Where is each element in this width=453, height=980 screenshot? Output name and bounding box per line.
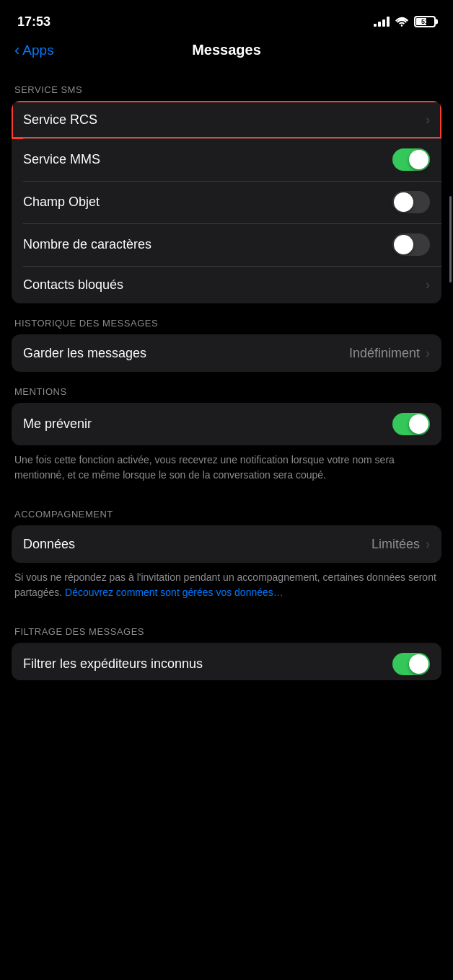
service-rcs-item[interactable]: Service RCS › bbox=[12, 101, 441, 138]
champ-objet-item[interactable]: Champ Objet bbox=[12, 181, 441, 223]
back-button[interactable]: ‹ Apps bbox=[14, 43, 54, 58]
contacts-bloques-right: › bbox=[426, 277, 430, 293]
section-header-filtrage: FILTRAGE DES MESSAGES bbox=[0, 612, 453, 643]
contacts-bloques-item[interactable]: Contacts bloqués › bbox=[12, 266, 441, 303]
section-sms-service: SERVICE SMS Service RCS › Service MMS Ch… bbox=[0, 70, 453, 303]
signal-icon bbox=[374, 17, 390, 27]
section-header-sms: SERVICE SMS bbox=[0, 70, 453, 101]
section-mentions: MENTIONS Me prévenir Une fois cette fonc… bbox=[0, 372, 453, 494]
nombre-caracteres-item[interactable]: Nombre de caractères bbox=[12, 223, 441, 266]
donnees-right: Limitées › bbox=[371, 537, 430, 552]
service-mms-toggle[interactable] bbox=[392, 148, 430, 171]
battery-icon: 51 bbox=[414, 16, 436, 27]
filtrer-expediteurs-item[interactable]: Filtrer les expéditeurs inconnus bbox=[12, 643, 441, 680]
filtrage-group: Filtrer les expéditeurs inconnus bbox=[12, 643, 441, 680]
garder-messages-chevron: › bbox=[426, 346, 430, 361]
sms-service-group: Service RCS › Service MMS Champ Objet bbox=[12, 101, 441, 303]
mentions-group: Me prévenir bbox=[12, 403, 441, 445]
status-icons: 51 bbox=[374, 16, 436, 27]
service-mms-item[interactable]: Service MMS bbox=[12, 138, 441, 181]
me-prevenir-toggle[interactable] bbox=[392, 413, 430, 435]
status-time: 17:53 bbox=[17, 14, 50, 30]
wifi-icon bbox=[395, 17, 408, 27]
section-accompagnement: ACCOMPAGNEMENT Données Limitées › Si vou… bbox=[0, 494, 453, 612]
status-bar: 17:53 51 bbox=[0, 0, 453, 39]
accompagnement-description: Si vous ne répondez pas à l'invitation p… bbox=[0, 563, 453, 612]
section-header-accompagnement: ACCOMPAGNEMENT bbox=[0, 494, 453, 525]
service-rcs-chevron: › bbox=[426, 112, 430, 128]
page-title: Messages bbox=[192, 42, 261, 58]
filtrer-expediteurs-label: Filtrer les expéditeurs inconnus bbox=[23, 656, 203, 672]
nombre-caracteres-label: Nombre de caractères bbox=[23, 237, 151, 252]
accompagnement-group: Données Limitées › bbox=[12, 525, 441, 563]
back-chevron-icon: ‹ bbox=[14, 43, 19, 58]
donnees-value: Limitées bbox=[371, 537, 420, 552]
nav-bar: ‹ Apps Messages bbox=[0, 39, 453, 70]
service-mms-label: Service MMS bbox=[23, 152, 100, 167]
donnees-link[interactable]: Découvrez comment sont gérées vos donnée… bbox=[65, 587, 283, 598]
historique-group: Garder les messages Indéfiniment › bbox=[12, 334, 441, 372]
settings-content: SERVICE SMS Service RCS › Service MMS Ch… bbox=[0, 70, 453, 709]
filtrer-expediteurs-toggle[interactable] bbox=[392, 653, 430, 675]
section-header-historique: HISTORIQUE DES MESSAGES bbox=[0, 303, 453, 334]
champ-objet-toggle[interactable] bbox=[392, 191, 430, 213]
section-filtrage: FILTRAGE DES MESSAGES Filtrer les expédi… bbox=[0, 612, 453, 680]
scrollbar[interactable] bbox=[449, 196, 452, 282]
donnees-item[interactable]: Données Limitées › bbox=[12, 525, 441, 563]
garder-messages-label: Garder les messages bbox=[23, 346, 146, 361]
section-historique: HISTORIQUE DES MESSAGES Garder les messa… bbox=[0, 303, 453, 372]
me-prevenir-item[interactable]: Me prévenir bbox=[12, 403, 441, 445]
service-rcs-label: Service RCS bbox=[23, 112, 97, 128]
donnees-chevron: › bbox=[426, 537, 430, 552]
contacts-bloques-chevron: › bbox=[426, 277, 430, 293]
garder-messages-value: Indéfiniment bbox=[349, 346, 420, 361]
back-label: Apps bbox=[22, 43, 53, 58]
mentions-description: Une fois cette fonction activée, vous re… bbox=[0, 445, 453, 494]
donnees-label: Données bbox=[23, 537, 75, 552]
garder-messages-right: Indéfiniment › bbox=[349, 346, 430, 361]
champ-objet-label: Champ Objet bbox=[23, 195, 100, 210]
contacts-bloques-label: Contacts bloqués bbox=[23, 277, 123, 293]
nombre-caracteres-toggle[interactable] bbox=[392, 233, 430, 256]
garder-messages-item[interactable]: Garder les messages Indéfiniment › bbox=[12, 334, 441, 372]
service-rcs-right: › bbox=[426, 112, 430, 128]
section-header-mentions: MENTIONS bbox=[0, 372, 453, 403]
me-prevenir-label: Me prévenir bbox=[23, 416, 92, 432]
